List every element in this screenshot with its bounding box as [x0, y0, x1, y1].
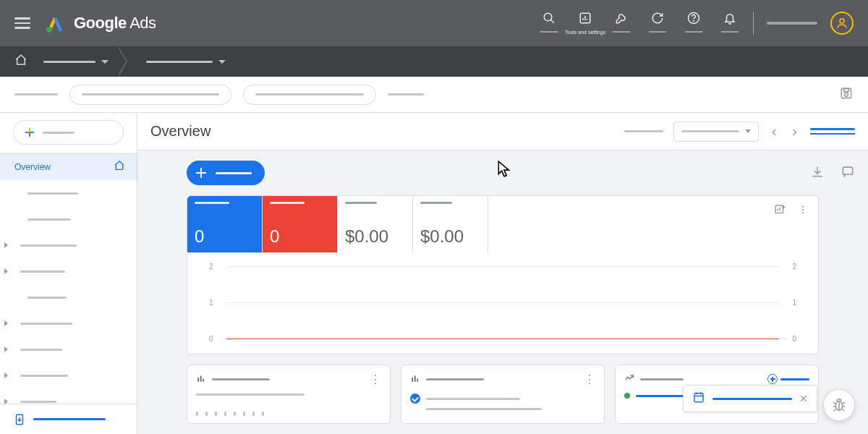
- status-dot-active-icon: [624, 393, 630, 399]
- sidebar-item-label: Overview: [14, 162, 51, 172]
- svg-rect-34: [414, 375, 416, 381]
- chevron-right-icon: [4, 399, 8, 404]
- home-icon: [114, 160, 125, 174]
- refresh-icon: [650, 11, 665, 25]
- svg-line-2: [550, 20, 554, 23]
- add-chart-button[interactable]: [773, 203, 786, 219]
- metric-value: 0: [195, 226, 255, 247]
- new-button[interactable]: [13, 120, 124, 145]
- next-period-button[interactable]: ›: [789, 123, 800, 140]
- sidebar-item[interactable]: [0, 180, 137, 206]
- metric-value: $0.00: [345, 226, 405, 247]
- svg-point-9: [840, 19, 844, 23]
- card-menu-button[interactable]: ⋮: [370, 373, 381, 386]
- metric-value: 0: [270, 226, 330, 247]
- sidebar-item[interactable]: [0, 258, 137, 284]
- refresh-button[interactable]: [647, 11, 668, 33]
- bell-icon: [723, 11, 737, 25]
- svg-point-11: [845, 93, 848, 96]
- metric-label: [420, 202, 452, 204]
- svg-point-1: [544, 13, 552, 21]
- breadcrumb-level-1[interactable]: [33, 60, 119, 64]
- svg-point-27: [802, 205, 804, 207]
- search-icon: [542, 11, 556, 25]
- ads-logo-icon: [45, 13, 65, 33]
- sidebar-item[interactable]: [0, 310, 137, 336]
- content-header: Overview ‹ ›: [137, 113, 868, 150]
- filter-chip[interactable]: [69, 85, 231, 105]
- svg-rect-36: [694, 393, 703, 402]
- svg-line-47: [843, 409, 845, 412]
- metric-tile-clicks[interactable]: 0: [187, 196, 263, 252]
- svg-point-0: [46, 27, 52, 33]
- settings-button[interactable]: [611, 11, 631, 33]
- metric-label: [195, 202, 229, 204]
- add-filter[interactable]: [388, 93, 424, 95]
- y-tick: 2: [783, 263, 796, 271]
- sidebar-item[interactable]: [0, 206, 137, 232]
- date-range-popup[interactable]: ✕: [683, 385, 817, 412]
- svg-line-42: [833, 402, 836, 404]
- card-menu-button[interactable]: ⋮: [584, 373, 595, 386]
- breadcrumb: [0, 46, 868, 77]
- top-header: Google Ads Tools and settings: [0, 0, 868, 46]
- breadcrumb-level-2[interactable]: [136, 60, 236, 64]
- chevron-right-icon: [4, 268, 8, 274]
- svg-rect-12: [844, 88, 849, 91]
- feedback-fab[interactable]: [823, 389, 855, 421]
- metric-tile-cost[interactable]: $0.00: [338, 196, 413, 252]
- help-button[interactable]: [684, 11, 704, 33]
- menu-icon[interactable]: [14, 17, 30, 29]
- sidebar-item-overview[interactable]: Overview: [0, 154, 137, 180]
- close-icon[interactable]: ✕: [799, 393, 808, 404]
- new-campaign-button[interactable]: [187, 161, 265, 185]
- plus-multicolor-icon: [24, 127, 35, 138]
- account-name-placeholder[interactable]: [767, 22, 817, 25]
- bug-icon: [831, 397, 847, 413]
- sparkbar: [196, 401, 381, 416]
- avatar[interactable]: [830, 12, 854, 35]
- date-range-select[interactable]: [673, 122, 759, 142]
- feedback-button[interactable]: [841, 164, 855, 182]
- notifications-button[interactable]: [720, 11, 740, 33]
- download-button[interactable]: [810, 164, 825, 182]
- sidebar-nav: Overview: [0, 153, 137, 404]
- metric-label: [345, 202, 377, 204]
- sidebar-item[interactable]: [0, 284, 137, 310]
- metric-tile-avg-cpc[interactable]: $0.00: [413, 196, 488, 252]
- add-button[interactable]: [767, 374, 809, 384]
- actions-row: [137, 161, 868, 195]
- tools-label: Tools and settings: [565, 30, 605, 35]
- sidebar-item[interactable]: [0, 336, 137, 362]
- tools-button[interactable]: Tools and settings: [575, 11, 595, 35]
- sidebar-footer-link[interactable]: [0, 404, 137, 434]
- card-menu-button[interactable]: [796, 203, 809, 219]
- card-title: [426, 378, 484, 380]
- save-icon[interactable]: [839, 86, 854, 103]
- svg-rect-21: [843, 167, 852, 174]
- breadcrumb-separator-icon: [119, 46, 136, 77]
- svg-point-8: [694, 21, 694, 22]
- prev-period-button[interactable]: ‹: [769, 123, 780, 140]
- bar-chart-icon: [196, 373, 206, 386]
- summary-card: ⋮: [401, 365, 605, 424]
- sidebar-item[interactable]: [0, 388, 137, 404]
- filter-chip[interactable]: [243, 85, 376, 105]
- svg-rect-33: [412, 377, 413, 381]
- y-tick: 0: [209, 335, 222, 343]
- svg-point-29: [802, 212, 804, 213]
- metric-label: [270, 202, 305, 204]
- home-icon[interactable]: [14, 54, 27, 69]
- y-tick: 0: [783, 335, 796, 343]
- sidebar-item[interactable]: [0, 232, 137, 258]
- card-title: [640, 378, 684, 380]
- filter-bar: [0, 77, 868, 113]
- overview-metrics-card: 0 0 $0.00 $0.00 22: [187, 195, 819, 354]
- sidebar-item[interactable]: [0, 362, 137, 388]
- header-link[interactable]: [810, 128, 855, 135]
- search-button[interactable]: [539, 11, 559, 33]
- help-icon: [686, 11, 701, 25]
- metric-tile-impressions[interactable]: 0: [263, 196, 338, 252]
- y-tick: 2: [209, 263, 222, 271]
- chart-line-red: [226, 339, 779, 339]
